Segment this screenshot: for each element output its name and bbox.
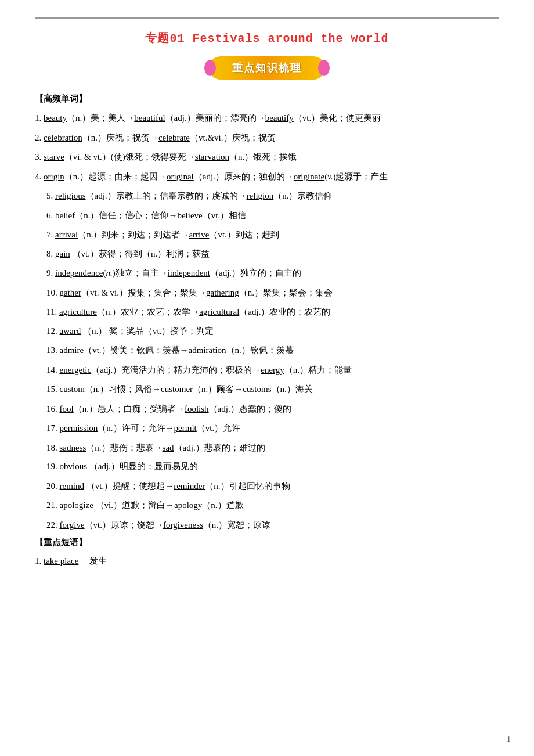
entry-num: 6. <box>46 211 53 220</box>
list-item: 15. custom（n.）习惯；风俗→customer（n.）顾客→custo… <box>46 381 499 397</box>
entry-num: 19. <box>46 462 57 471</box>
entry-num: 4. <box>35 172 41 181</box>
list-item: 3. starve（vi. & vt.）(使)饿死；饿得要死→starvatio… <box>35 149 499 165</box>
list-item: 13. admire（vt.）赞美；钦佩；羡慕→admiration（n.）钦佩… <box>46 343 499 358</box>
entry-num: 8. <box>46 249 53 258</box>
entry-num: 12. <box>46 326 57 336</box>
entry-num: 7. <box>46 230 53 239</box>
list-item: 5. religious（adj.）宗教上的；信奉宗教的；虔诚的→religio… <box>46 188 499 204</box>
list-item: 16. fool（n.）愚人；白痴；受骗者→foolish（adj.）愚蠢的；傻… <box>46 401 499 417</box>
banner-left-decoration <box>204 60 216 76</box>
phrase-list: 1. take place 发生 <box>35 554 499 569</box>
banner-right-decoration <box>318 60 330 76</box>
entry-num: 21. <box>46 501 57 510</box>
list-item: 17. permission（n.）许可；允许→permit（vt.）允许 <box>46 420 499 436</box>
entry-num: 5. <box>46 191 53 200</box>
entry-num: 1. <box>35 113 41 123</box>
list-item: 2. celebration（n.）庆祝；祝贺→celebrate（vt.&vi… <box>35 130 499 146</box>
list-item: 1. take place 发生 <box>35 554 499 569</box>
list-item: 1. beauty（n.）美；美人→beautiful（adj.）美丽的；漂亮的… <box>35 110 499 126</box>
page-title: 专题01 Festivals around the world <box>35 30 499 46</box>
top-border <box>35 17 499 19</box>
list-item: 8. gain （vt.）获得；得到（n.）利润；获益 <box>46 247 499 262</box>
banner-wrap: 重点知识梳理 <box>35 56 499 80</box>
entry-num: 2. <box>35 133 41 142</box>
banner-text: 重点知识梳理 <box>232 62 302 74</box>
vocab-section-header: 【高频单词】 <box>35 93 499 105</box>
list-item: 7. arrival（n.）到来；到达；到达者→arrive（vt.）到达；赶到 <box>46 227 499 243</box>
vocab-list: 1. beauty（n.）美；美人→beautiful（adj.）美丽的；漂亮的… <box>35 110 499 532</box>
entry-num: 13. <box>46 345 57 355</box>
phrase-num: 1. <box>35 556 41 566</box>
entry-num: 22. <box>46 520 57 530</box>
phrase-term: take place <box>44 556 78 566</box>
list-item: 14. energetic（adj.）充满活力的；精力充沛的；积极的→energ… <box>46 362 499 378</box>
entry-num: 11. <box>46 307 57 316</box>
entry-num: 3. <box>35 152 41 161</box>
entry-num: 20. <box>46 481 57 491</box>
list-item: 18. sadness（n.）悲伤；悲哀→sad（adj.）悲哀的；难过的 <box>46 440 499 456</box>
list-item: 12. award （n.） 奖；奖品（vt.）授予；判定 <box>46 324 499 339</box>
list-item: 9. independence(n.)独立；自主→independent（adj… <box>46 265 499 281</box>
entry-num: 18. <box>46 443 57 452</box>
list-item: 10. gather（vt. & vi.）搜集；集合；聚集→gathering（… <box>46 285 499 301</box>
phrase-meaning: 发生 <box>89 556 107 566</box>
list-item: 11. agriculture（n.）农业；农艺；农学→agricultural… <box>46 304 499 320</box>
entry-num: 9. <box>46 268 53 278</box>
page-number: 1 <box>507 735 511 744</box>
entry-num: 10. <box>46 288 57 297</box>
phrase-section-header: 【重点短语】 <box>35 537 499 548</box>
entry-num: 17. <box>46 423 57 433</box>
list-item: 6. belief（n.）信任；信心；信仰→believe（vt.）相信 <box>46 208 499 224</box>
entry-num: 15. <box>46 384 57 394</box>
list-item: 4. origin（n.）起源；由来；起因→original（adj.）原来的；… <box>35 169 499 185</box>
entry-num: 14. <box>46 365 57 375</box>
banner: 重点知识梳理 <box>209 56 325 80</box>
list-item: 19. obvious （adj.）明显的；显而易见的 <box>46 459 499 474</box>
list-item: 22. forgive（vt.）原谅；饶恕→forgiveness（n.）宽恕；… <box>46 517 499 533</box>
list-item: 21. apologize （vi.）道歉；辩白→apology（n.）道歉 <box>46 498 499 513</box>
entry-num: 16. <box>46 404 57 413</box>
list-item: 20. remind （vt.）提醒；使想起→reminder（n.）引起回忆的… <box>46 478 499 494</box>
